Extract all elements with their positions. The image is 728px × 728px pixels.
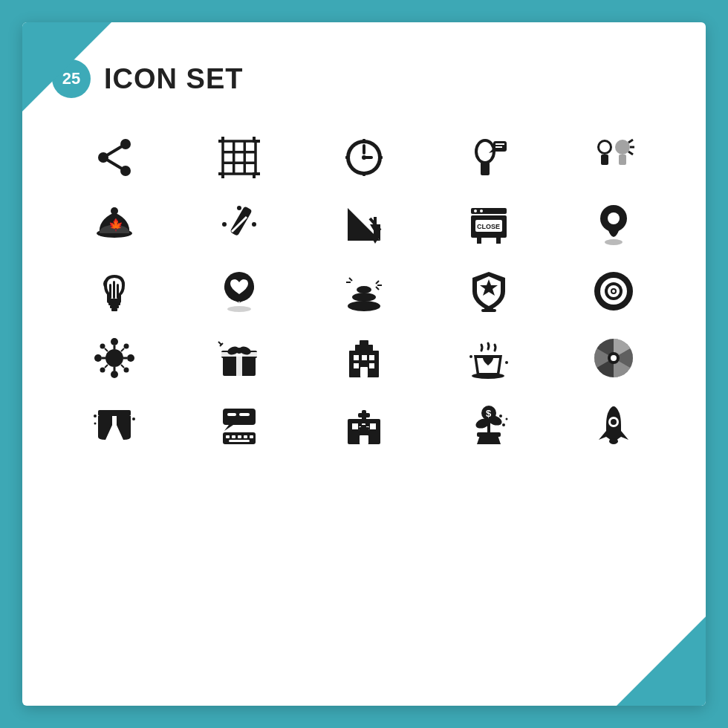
- svg-rect-144: [223, 409, 256, 425]
- svg-point-46: [228, 213, 235, 221]
- header: 25 ICON SET: [52, 52, 676, 98]
- svg-point-79: [227, 306, 251, 312]
- svg-rect-140: [112, 416, 117, 426]
- svg-rect-23: [363, 139, 365, 143]
- svg-rect-149: [226, 435, 230, 438]
- svg-rect-24: [363, 172, 365, 176]
- svg-rect-26: [378, 156, 383, 159]
- svg-point-44: [111, 207, 118, 215]
- icon-gift: [184, 336, 294, 380]
- svg-point-58: [474, 209, 477, 212]
- svg-point-98: [105, 349, 123, 367]
- svg-point-109: [100, 368, 105, 373]
- svg-text:CLOSE: CLOSE: [477, 223, 500, 230]
- svg-point-121: [236, 348, 242, 354]
- svg-rect-158: [360, 435, 368, 444]
- svg-rect-129: [369, 363, 374, 368]
- svg-rect-69: [110, 305, 119, 308]
- svg-point-135: [505, 361, 508, 364]
- icon-building: [309, 336, 419, 380]
- svg-point-82: [352, 293, 376, 302]
- svg-point-50: [252, 222, 256, 227]
- svg-rect-153: [250, 435, 253, 438]
- svg-rect-78: [117, 284, 119, 299]
- icon-rocket: [559, 403, 669, 447]
- icon-align-resize: [309, 202, 419, 247]
- icon-hot-drink: [434, 336, 544, 380]
- svg-point-134: [469, 355, 472, 358]
- svg-point-49: [222, 222, 227, 227]
- svg-point-47: [243, 228, 250, 235]
- svg-rect-20: [363, 144, 365, 155]
- icon-heart-location: [184, 269, 294, 313]
- icon-share: [59, 135, 169, 180]
- svg-line-113: [105, 365, 108, 368]
- svg-rect-154: [229, 440, 250, 442]
- svg-point-51: [237, 206, 241, 210]
- svg-point-65: [605, 239, 623, 245]
- svg-point-171: [502, 423, 505, 426]
- icon-hospital: [309, 403, 419, 447]
- svg-rect-125: [354, 355, 359, 360]
- svg-line-112: [121, 348, 124, 351]
- svg-rect-139: [98, 410, 131, 416]
- icon-shorts: [59, 403, 169, 447]
- svg-line-39: [628, 140, 633, 143]
- svg-point-35: [599, 142, 610, 152]
- svg-rect-70: [111, 308, 117, 311]
- svg-rect-151: [238, 435, 241, 438]
- icon-winter-hat: 🍁: [59, 202, 169, 247]
- svg-point-108: [124, 344, 129, 349]
- svg-rect-36: [601, 155, 608, 165]
- page-title: ICON SET: [104, 63, 243, 95]
- svg-text:$: $: [486, 408, 492, 419]
- svg-point-37: [615, 140, 630, 155]
- icon-spa-stones: [309, 269, 419, 313]
- svg-rect-126: [362, 355, 367, 360]
- icon-shield-star: [434, 269, 544, 313]
- icon-keyboard-chat: [184, 403, 294, 447]
- svg-point-133: [472, 373, 504, 379]
- svg-rect-64: [496, 238, 501, 244]
- svg-point-110: [124, 368, 129, 373]
- svg-point-97: [612, 290, 615, 293]
- svg-rect-164: [359, 427, 369, 430]
- svg-line-41: [628, 152, 633, 155]
- svg-rect-132: [360, 340, 368, 346]
- svg-point-138: [611, 355, 617, 361]
- icon-mind: [559, 135, 669, 180]
- svg-line-87: [349, 278, 352, 281]
- svg-rect-38: [619, 155, 626, 165]
- svg-rect-152: [244, 435, 247, 438]
- svg-point-107: [100, 344, 105, 349]
- svg-marker-145: [224, 425, 233, 431]
- icon-plant-money: $: [434, 403, 544, 447]
- svg-line-111: [105, 348, 108, 351]
- svg-rect-160: [358, 413, 370, 417]
- svg-line-4: [103, 157, 126, 171]
- svg-rect-147: [239, 413, 250, 416]
- svg-point-22: [362, 155, 366, 160]
- svg-point-83: [357, 286, 371, 293]
- svg-point-141: [94, 415, 97, 417]
- svg-line-123: [218, 342, 221, 345]
- svg-point-67: [608, 212, 620, 224]
- svg-line-86: [376, 287, 379, 290]
- svg-rect-76: [109, 284, 111, 299]
- svg-point-101: [94, 354, 102, 362]
- svg-point-175: [611, 419, 617, 425]
- svg-point-173: [499, 415, 502, 417]
- icon-grid: 🍁: [52, 135, 676, 447]
- svg-rect-77: [113, 281, 115, 299]
- icon-grid: [184, 135, 294, 180]
- svg-rect-5: [223, 141, 256, 174]
- svg-point-142: [94, 423, 97, 425]
- svg-line-84: [376, 281, 379, 284]
- svg-rect-29: [481, 162, 490, 175]
- svg-rect-157: [370, 423, 376, 429]
- icon-color-wheel: [559, 336, 669, 380]
- svg-rect-25: [345, 156, 350, 159]
- main-card: 25 ICON SET: [22, 22, 706, 706]
- svg-point-59: [480, 209, 483, 212]
- svg-point-100: [111, 371, 118, 378]
